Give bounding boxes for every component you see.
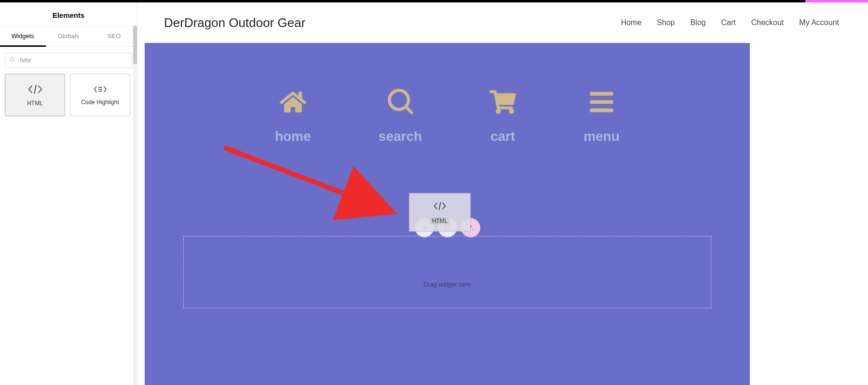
cart-icon bbox=[489, 89, 516, 115]
hero-item-cart[interactable]: cart bbox=[489, 89, 516, 144]
hero-item-label: search bbox=[379, 129, 422, 144]
site-title[interactable]: DerDragon Outdoor Gear bbox=[164, 15, 305, 30]
nav-blog[interactable]: Blog bbox=[690, 18, 705, 27]
widget-search-input[interactable] bbox=[5, 53, 132, 68]
code-icon bbox=[28, 83, 42, 95]
svg-point-9 bbox=[472, 229, 473, 230]
dropzone-action-button[interactable] bbox=[438, 218, 457, 237]
nav-my-account[interactable]: My Account bbox=[799, 18, 839, 27]
code-highlight-icon bbox=[94, 84, 107, 94]
canvas-area: DerDragon Outdoor Gear Home Shop Blog Ca… bbox=[137, 2, 868, 385]
sidebar-tabs: Widgets Globals SEO bbox=[0, 26, 137, 47]
nav-cart[interactable]: Cart bbox=[721, 18, 735, 27]
svg-point-0 bbox=[11, 57, 14, 61]
hero-item-home[interactable]: home bbox=[275, 89, 311, 144]
widget-label: Code Highlight bbox=[81, 99, 119, 106]
widget-dropzone[interactable]: Drag widget here bbox=[183, 236, 711, 308]
widget-code-highlight[interactable]: Code Highlight bbox=[70, 74, 130, 116]
nav-checkout[interactable]: Checkout bbox=[751, 18, 784, 27]
hero-item-menu[interactable]: menu bbox=[583, 89, 620, 144]
svg-line-1 bbox=[14, 60, 15, 62]
svg-rect-8 bbox=[445, 225, 450, 230]
home-icon bbox=[275, 89, 311, 115]
tab-globals[interactable]: Globals bbox=[46, 27, 92, 46]
svg-point-10 bbox=[468, 229, 469, 230]
hero-item-search[interactable]: search bbox=[379, 89, 422, 144]
widget-label: HTML bbox=[27, 100, 43, 107]
site-nav: Home Shop Blog Cart Checkout My Account bbox=[621, 18, 839, 27]
tab-widgets[interactable]: Widgets bbox=[0, 27, 46, 47]
tab-seo[interactable]: SEO bbox=[91, 27, 137, 46]
dropzone-placeholder: Drag widget here bbox=[423, 281, 471, 288]
widget-html[interactable]: HTML bbox=[5, 74, 65, 116]
search-wrap bbox=[0, 47, 137, 74]
widgets-grid: HTML Code Highlight bbox=[0, 74, 137, 116]
hero-icon-row: home search cart bbox=[145, 43, 750, 144]
svg-line-2 bbox=[34, 85, 36, 94]
site-header: DerDragon Outdoor Gear Home Shop Blog Ca… bbox=[137, 2, 868, 43]
menu-icon bbox=[583, 89, 620, 115]
hero-item-label: menu bbox=[583, 129, 620, 144]
hero-item-label: home bbox=[275, 129, 311, 144]
search-icon bbox=[379, 89, 422, 115]
nav-home[interactable]: Home bbox=[621, 18, 641, 27]
add-widget-button[interactable] bbox=[415, 218, 434, 237]
sidebar-title: Elements bbox=[0, 2, 137, 26]
sidebar-scrollbar-thumb[interactable] bbox=[133, 26, 137, 64]
hero-section: home search cart bbox=[145, 43, 750, 385]
sidebar-scrollbar-track[interactable] bbox=[133, 26, 137, 385]
hero-item-label: cart bbox=[489, 129, 516, 144]
dropzone-actions bbox=[415, 218, 480, 237]
elements-sidebar: Elements Widgets Globals SEO HTML Code H… bbox=[0, 2, 137, 385]
ai-sparkle-button[interactable] bbox=[461, 218, 480, 237]
search-icon bbox=[10, 57, 15, 64]
nav-shop[interactable]: Shop bbox=[657, 18, 675, 27]
